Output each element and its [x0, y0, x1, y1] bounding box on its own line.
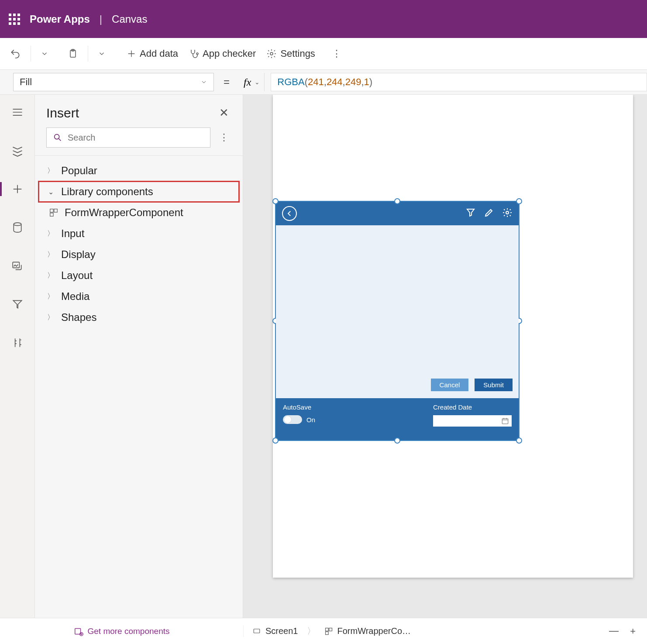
component-form-wrapper[interactable]: FormWrapperComponent [38, 202, 239, 223]
gear-icon [266, 48, 277, 59]
svg-rect-15 [325, 628, 328, 631]
undo-icon[interactable] [10, 48, 21, 59]
resize-handle-tr[interactable] [516, 198, 522, 204]
resize-handle-bm[interactable] [394, 437, 400, 444]
get-more-components-link[interactable]: Get more components [74, 627, 170, 636]
category-shapes[interactable]: 〉Shapes [38, 307, 239, 328]
component-footer: AutoSave On Created Date [276, 398, 519, 440]
resize-handle-br[interactable] [516, 437, 522, 444]
stethoscope-icon [189, 48, 199, 59]
paste-chevron-icon[interactable] [98, 50, 106, 58]
zoom-in-button[interactable]: + [630, 626, 636, 637]
component-body: Cancel Submit [276, 225, 519, 398]
property-dropdown[interactable]: Fill [13, 73, 214, 91]
paste-icon[interactable] [68, 48, 78, 59]
app-checker-button[interactable]: App checker [187, 45, 258, 62]
search-icon [53, 133, 62, 142]
category-display[interactable]: 〉Display [38, 244, 239, 265]
autosave-label: AutoSave [283, 403, 315, 411]
svg-rect-17 [325, 631, 328, 634]
svg-point-4 [14, 223, 21, 226]
created-date-label: Created Date [433, 403, 512, 411]
svg-rect-5 [13, 262, 19, 268]
insert-tree: 〉Popular ⌄Library components FormWrapper… [35, 156, 243, 328]
title-bar: Power Apps | Canvas [0, 0, 647, 38]
command-bar: Add data App checker Settings ⋮ [0, 38, 647, 70]
data-rail-icon[interactable] [8, 218, 27, 237]
formula-input[interactable]: RGBA(241, 244, 249, 1) [271, 73, 647, 91]
advanced-rail-icon[interactable] [8, 295, 27, 314]
svg-point-3 [270, 52, 273, 55]
panel-title: Insert [46, 106, 79, 121]
search-box[interactable] [46, 127, 210, 148]
close-icon[interactable]: ✕ [217, 103, 231, 122]
add-data-label: Add data [140, 48, 178, 59]
equals-label: = [220, 76, 233, 88]
search-input[interactable] [68, 133, 204, 143]
plus-icon [127, 49, 136, 59]
fx-dropdown[interactable]: fx ⌄ [239, 73, 265, 91]
svg-point-2 [196, 53, 198, 55]
component-icon [49, 208, 59, 217]
svg-point-6 [55, 134, 59, 139]
fx-label: fx [244, 76, 251, 88]
settings-button[interactable]: Settings [265, 45, 317, 62]
app-checker-label: App checker [203, 48, 256, 59]
chevron-right-icon: 〉 [46, 313, 55, 322]
formula-bar: Fill = fx ⌄ RGBA(241, 244, 249, 1) [0, 70, 647, 95]
chevron-down-icon: ⌄ [255, 79, 260, 86]
formula-fn: RGBA [277, 76, 304, 88]
autosave-value: On [306, 416, 315, 424]
autosave-toggle[interactable] [283, 415, 302, 424]
resize-handle-tl[interactable] [272, 198, 279, 204]
calendar-icon [501, 417, 509, 425]
category-input[interactable]: 〉Input [38, 223, 239, 244]
tools-rail-icon[interactable] [8, 333, 27, 352]
import-icon [74, 627, 83, 636]
created-date-input[interactable] [433, 415, 512, 427]
edit-icon[interactable] [484, 207, 494, 220]
settings-label: Settings [280, 48, 315, 59]
breadcrumb-component[interactable]: FormWrapperCo… [324, 626, 411, 636]
breadcrumb-screen[interactable]: Screen1 [252, 626, 298, 636]
hamburger-icon[interactable] [8, 103, 27, 122]
status-bar: Get more components Screen1 〉 FormWrappe… [0, 618, 647, 644]
left-rail [0, 95, 35, 618]
svg-point-10 [506, 211, 509, 214]
insert-rail-icon[interactable] [8, 179, 27, 199]
app-launcher-icon[interactable] [9, 14, 20, 25]
svg-rect-8 [54, 209, 57, 212]
category-library-components[interactable]: ⌄Library components [38, 181, 239, 202]
category-popular[interactable]: 〉Popular [38, 160, 239, 181]
filter-icon[interactable] [465, 207, 476, 220]
component-icon [324, 627, 333, 636]
property-name: Fill [20, 76, 32, 88]
category-layout[interactable]: 〉Layout [38, 265, 239, 286]
resize-handle-bl[interactable] [272, 437, 279, 444]
resize-handle-tm[interactable] [394, 198, 400, 204]
category-media[interactable]: 〉Media [38, 286, 239, 307]
app-name: Power Apps [30, 13, 90, 25]
svg-rect-14 [254, 629, 260, 633]
cancel-button[interactable]: Cancel [431, 379, 469, 391]
breadcrumb-separator: 〉 [307, 625, 316, 637]
svg-rect-11 [502, 419, 508, 424]
submit-button[interactable]: Submit [475, 379, 513, 391]
panel-overflow-icon[interactable]: ⋮ [217, 129, 231, 146]
chevron-right-icon: 〉 [46, 166, 55, 176]
svg-rect-16 [329, 628, 332, 631]
selected-component[interactable]: Cancel Submit AutoSave On Created Date [275, 201, 520, 441]
overflow-menu-icon[interactable]: ⋮ [329, 45, 344, 62]
tree-view-icon[interactable] [8, 141, 27, 160]
svg-rect-9 [50, 213, 53, 216]
add-data-button[interactable]: Add data [125, 45, 180, 62]
chevron-down-icon [200, 79, 207, 86]
zoom-out-button[interactable] [609, 631, 619, 632]
undo-chevron-icon[interactable] [41, 50, 48, 58]
title-separator: | [100, 13, 102, 25]
screen-icon [252, 627, 261, 635]
chevron-right-icon: 〉 [46, 250, 55, 259]
back-icon[interactable] [282, 206, 297, 221]
media-rail-icon[interactable] [8, 256, 27, 276]
gear-icon[interactable] [502, 207, 513, 220]
